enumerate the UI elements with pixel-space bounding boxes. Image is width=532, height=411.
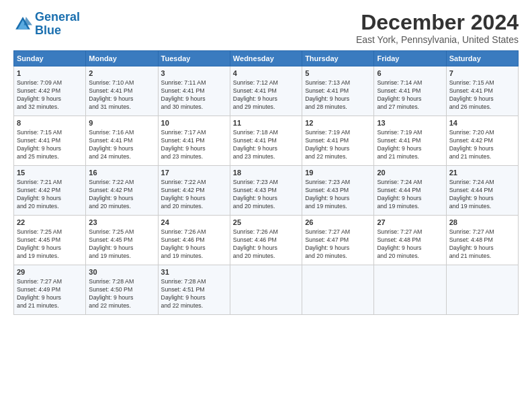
day-cell: 5Sunrise: 7:13 AM Sunset: 4:41 PM Daylig…	[302, 66, 374, 116]
day-number: 17	[161, 168, 227, 178]
day-info: Sunrise: 7:10 AM Sunset: 4:41 PM Dayligh…	[89, 79, 154, 111]
day-info: Sunrise: 7:26 AM Sunset: 4:46 PM Dayligh…	[233, 228, 299, 261]
day-number: 2	[89, 68, 154, 79]
day-number: 9	[89, 118, 154, 128]
header-row: SundayMondayTuesdayWednesdayThursdayFrid…	[14, 51, 519, 66]
day-number: 6	[377, 68, 443, 79]
day-cell: 16Sunrise: 7:22 AM Sunset: 4:42 PM Dayli…	[86, 166, 158, 216]
day-cell: 8Sunrise: 7:15 AM Sunset: 4:41 PM Daylig…	[14, 116, 86, 166]
day-info: Sunrise: 7:27 AM Sunset: 4:48 PM Dayligh…	[449, 228, 515, 261]
col-header-sunday: Sunday	[14, 51, 86, 66]
day-cell: 12Sunrise: 7:19 AM Sunset: 4:41 PM Dayli…	[302, 116, 374, 166]
col-header-thursday: Thursday	[302, 51, 374, 66]
week-row-4: 22Sunrise: 7:25 AM Sunset: 4:45 PM Dayli…	[14, 216, 519, 265]
day-info: Sunrise: 7:25 AM Sunset: 4:45 PM Dayligh…	[89, 228, 154, 261]
day-number: 20	[377, 168, 443, 178]
day-info: Sunrise: 7:17 AM Sunset: 4:41 PM Dayligh…	[161, 129, 227, 161]
day-info: Sunrise: 7:23 AM Sunset: 4:43 PM Dayligh…	[233, 179, 299, 211]
day-cell: 22Sunrise: 7:25 AM Sunset: 4:45 PM Dayli…	[14, 216, 86, 265]
day-cell: 23Sunrise: 7:25 AM Sunset: 4:45 PM Dayli…	[86, 216, 158, 265]
day-cell: 13Sunrise: 7:19 AM Sunset: 4:41 PM Dayli…	[374, 116, 446, 166]
day-cell	[446, 265, 518, 315]
col-header-wednesday: Wednesday	[230, 51, 302, 66]
day-number: 7	[449, 68, 515, 79]
subtitle: East York, Pennsylvania, United States	[356, 34, 519, 45]
day-number: 31	[161, 267, 227, 277]
day-number: 24	[161, 218, 227, 228]
day-number: 23	[89, 218, 154, 228]
main-title: December 2024	[356, 11, 519, 34]
day-cell	[302, 265, 374, 315]
week-row-5: 29Sunrise: 7:27 AM Sunset: 4:49 PM Dayli…	[14, 265, 519, 315]
day-cell: 7Sunrise: 7:15 AM Sunset: 4:41 PM Daylig…	[446, 66, 518, 116]
logo-icon	[13, 15, 32, 34]
day-number: 4	[233, 68, 299, 79]
day-cell: 1Sunrise: 7:09 AM Sunset: 4:42 PM Daylig…	[14, 66, 86, 116]
week-row-2: 8Sunrise: 7:15 AM Sunset: 4:41 PM Daylig…	[14, 116, 519, 166]
day-cell: 26Sunrise: 7:27 AM Sunset: 4:47 PM Dayli…	[302, 216, 374, 265]
day-info: Sunrise: 7:15 AM Sunset: 4:41 PM Dayligh…	[17, 129, 83, 161]
title-block: December 2024 East York, Pennsylvania, U…	[356, 11, 519, 45]
day-number: 22	[17, 218, 83, 228]
day-cell: 4Sunrise: 7:12 AM Sunset: 4:41 PM Daylig…	[230, 66, 302, 116]
day-info: Sunrise: 7:24 AM Sunset: 4:44 PM Dayligh…	[449, 179, 515, 211]
day-number: 10	[161, 118, 227, 128]
day-cell: 27Sunrise: 7:27 AM Sunset: 4:48 PM Dayli…	[374, 216, 446, 265]
col-header-friday: Friday	[374, 51, 446, 66]
day-cell: 30Sunrise: 7:28 AM Sunset: 4:50 PM Dayli…	[86, 265, 158, 315]
logo-text: General Blue	[35, 11, 80, 38]
day-info: Sunrise: 7:28 AM Sunset: 4:51 PM Dayligh…	[161, 278, 227, 310]
col-header-tuesday: Tuesday	[158, 51, 230, 66]
day-info: Sunrise: 7:21 AM Sunset: 4:42 PM Dayligh…	[17, 179, 83, 211]
day-number: 19	[305, 168, 371, 178]
col-header-saturday: Saturday	[446, 51, 518, 66]
day-number: 18	[233, 168, 299, 178]
day-number: 26	[305, 218, 371, 228]
day-number: 8	[17, 118, 83, 128]
day-info: Sunrise: 7:15 AM Sunset: 4:41 PM Dayligh…	[449, 79, 515, 111]
svg-marker-2	[24, 17, 32, 25]
col-header-monday: Monday	[86, 51, 158, 66]
day-cell: 18Sunrise: 7:23 AM Sunset: 4:43 PM Dayli…	[230, 166, 302, 216]
day-info: Sunrise: 7:12 AM Sunset: 4:41 PM Dayligh…	[233, 79, 299, 111]
day-cell	[230, 265, 302, 315]
page: General Blue December 2024 East York, Pe…	[0, 0, 532, 411]
day-info: Sunrise: 7:09 AM Sunset: 4:42 PM Dayligh…	[17, 79, 83, 111]
day-info: Sunrise: 7:22 AM Sunset: 4:42 PM Dayligh…	[89, 179, 154, 211]
day-info: Sunrise: 7:24 AM Sunset: 4:44 PM Dayligh…	[377, 179, 443, 211]
day-info: Sunrise: 7:14 AM Sunset: 4:41 PM Dayligh…	[377, 79, 443, 111]
day-cell: 11Sunrise: 7:18 AM Sunset: 4:41 PM Dayli…	[230, 116, 302, 166]
day-cell: 29Sunrise: 7:27 AM Sunset: 4:49 PM Dayli…	[14, 265, 86, 315]
day-info: Sunrise: 7:18 AM Sunset: 4:41 PM Dayligh…	[233, 129, 299, 161]
day-cell: 25Sunrise: 7:26 AM Sunset: 4:46 PM Dayli…	[230, 216, 302, 265]
day-info: Sunrise: 7:26 AM Sunset: 4:46 PM Dayligh…	[161, 228, 227, 261]
day-number: 11	[233, 118, 299, 128]
day-number: 13	[377, 118, 443, 128]
day-cell: 19Sunrise: 7:23 AM Sunset: 4:43 PM Dayli…	[302, 166, 374, 216]
day-number: 27	[377, 218, 443, 228]
day-number: 3	[161, 68, 227, 79]
day-info: Sunrise: 7:20 AM Sunset: 4:42 PM Dayligh…	[449, 129, 515, 161]
day-cell: 10Sunrise: 7:17 AM Sunset: 4:41 PM Dayli…	[158, 116, 230, 166]
day-number: 25	[233, 218, 299, 228]
day-number: 1	[17, 68, 83, 79]
day-info: Sunrise: 7:23 AM Sunset: 4:43 PM Dayligh…	[305, 179, 371, 211]
day-cell: 31Sunrise: 7:28 AM Sunset: 4:51 PM Dayli…	[158, 265, 230, 315]
day-number: 21	[449, 168, 515, 178]
day-cell: 24Sunrise: 7:26 AM Sunset: 4:46 PM Dayli…	[158, 216, 230, 265]
day-number: 29	[17, 267, 83, 277]
day-cell: 21Sunrise: 7:24 AM Sunset: 4:44 PM Dayli…	[446, 166, 518, 216]
day-info: Sunrise: 7:27 AM Sunset: 4:48 PM Dayligh…	[377, 228, 443, 261]
day-info: Sunrise: 7:13 AM Sunset: 4:41 PM Dayligh…	[305, 79, 371, 111]
day-cell	[374, 265, 446, 315]
day-info: Sunrise: 7:19 AM Sunset: 4:41 PM Dayligh…	[305, 129, 371, 161]
day-cell: 28Sunrise: 7:27 AM Sunset: 4:48 PM Dayli…	[446, 216, 518, 265]
day-info: Sunrise: 7:28 AM Sunset: 4:50 PM Dayligh…	[89, 278, 154, 310]
header: General Blue December 2024 East York, Pe…	[13, 11, 519, 45]
day-number: 28	[449, 218, 515, 228]
week-row-1: 1Sunrise: 7:09 AM Sunset: 4:42 PM Daylig…	[14, 66, 519, 116]
day-cell: 3Sunrise: 7:11 AM Sunset: 4:41 PM Daylig…	[158, 66, 230, 116]
day-info: Sunrise: 7:25 AM Sunset: 4:45 PM Dayligh…	[17, 228, 83, 261]
day-number: 16	[89, 168, 154, 178]
day-number: 30	[89, 267, 154, 277]
